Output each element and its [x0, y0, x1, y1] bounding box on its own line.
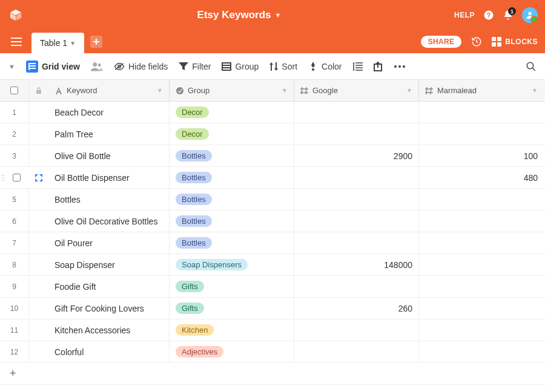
view-switcher[interactable]: Grid view: [26, 60, 80, 73]
cell-keyword[interactable]: Bottles: [48, 189, 170, 210]
cell-google[interactable]: [294, 232, 419, 253]
cell-group[interactable]: Decor: [170, 123, 294, 145]
table-row[interactable]: 10Gift For Cooking LoversGifts260: [0, 298, 545, 319]
filter-button[interactable]: Filter: [179, 62, 211, 71]
add-tab-button[interactable]: [90, 36, 102, 48]
table-row[interactable]: 6Olive Oil Decorative BottlesBottles: [0, 211, 545, 232]
menu-icon[interactable]: [7, 34, 25, 50]
cell-group[interactable]: Adjectives: [170, 341, 294, 362]
cell-google[interactable]: [294, 167, 419, 188]
svg-line-39: [302, 87, 302, 94]
cell-marmalead[interactable]: [419, 254, 544, 275]
blocks-button[interactable]: BLOCKS: [492, 37, 538, 47]
table-row[interactable]: Oil Bottle DispenserBottles480: [0, 167, 545, 189]
cell-keyword[interactable]: Oil Bottle Dispenser: [48, 167, 170, 188]
help-button[interactable]: HELP: [454, 11, 475, 19]
cell-keyword[interactable]: Olive Oil Bottle: [48, 145, 170, 166]
add-row-button[interactable]: +: [0, 363, 545, 385]
cell-marmalead[interactable]: [419, 276, 544, 297]
select-all-checkbox[interactable]: [10, 87, 18, 94]
base-title[interactable]: Etsy Keywords: [197, 9, 271, 21]
cell-group[interactable]: Bottles: [170, 167, 294, 188]
cell-marmalead[interactable]: [419, 232, 544, 253]
cell-group[interactable]: Kitchen: [170, 319, 294, 341]
more-icon[interactable]: [394, 65, 405, 68]
search-icon[interactable]: [526, 61, 537, 72]
table-row[interactable]: 3Olive Oil BottleBottles2900100: [0, 145, 545, 167]
cell-google[interactable]: [294, 211, 419, 232]
share-view-icon[interactable]: [374, 62, 383, 71]
cell-google[interactable]: 148000: [294, 254, 419, 275]
share-button[interactable]: SHARE: [421, 36, 462, 48]
table-row[interactable]: 9Foodie GiftGifts: [0, 276, 545, 298]
cell-keyword[interactable]: Olive Oil Decorative Bottles: [48, 211, 170, 232]
view-switcher-caret-icon[interactable]: ▼: [8, 63, 15, 70]
cell-marmalead[interactable]: [419, 189, 544, 210]
chevron-down-icon[interactable]: ▼: [406, 87, 412, 94]
cell-group[interactable]: Gifts: [170, 298, 294, 319]
cell-group[interactable]: Bottles: [170, 232, 294, 253]
column-header-google[interactable]: Google ▼: [294, 80, 419, 101]
cell-group[interactable]: Bottles: [170, 189, 294, 210]
cell-marmalead[interactable]: 100: [419, 145, 544, 166]
cell-marmalead[interactable]: [419, 211, 544, 232]
cell-marmalead[interactable]: 480: [419, 167, 544, 188]
cell-group[interactable]: Soap Dispensers: [170, 254, 294, 275]
svg-point-19: [93, 62, 97, 67]
cell-group[interactable]: Gifts: [170, 276, 294, 297]
lock-icon: [36, 87, 42, 94]
user-avatar[interactable]: [522, 7, 538, 23]
cell-group[interactable]: Decor: [170, 102, 294, 123]
row-height-icon[interactable]: [353, 62, 363, 71]
cell-keyword[interactable]: Beach Decor: [48, 102, 170, 123]
table-row[interactable]: 2Palm TreeDecor: [0, 123, 545, 145]
tab-table-1[interactable]: Table 1 ▼: [31, 33, 84, 53]
cell-keyword[interactable]: Kitchen Accessories: [48, 319, 170, 341]
collaborators-icon[interactable]: [91, 62, 103, 71]
cell-keyword[interactable]: Oil Pourer: [48, 232, 170, 253]
table-row[interactable]: 5BottlesBottles: [0, 189, 545, 211]
table-row[interactable]: 1Beach DecorDecor: [0, 102, 545, 123]
cell-keyword[interactable]: Palm Tree: [48, 123, 170, 145]
cell-marmalead[interactable]: [419, 298, 544, 319]
app-logo[interactable]: [7, 7, 24, 24]
help-icon[interactable]: ?: [483, 10, 494, 21]
cell-keyword[interactable]: Colorful: [48, 341, 170, 362]
column-header-group[interactable]: Group ▼: [170, 80, 294, 101]
table-row[interactable]: 8Soap DispenserSoap Dispensers148000: [0, 254, 545, 276]
cell-google[interactable]: [294, 276, 419, 297]
cell-group[interactable]: Bottles: [170, 211, 294, 232]
cell-marmalead[interactable]: [419, 319, 544, 341]
title-caret-icon[interactable]: ▼: [274, 11, 281, 19]
cell-marmalead[interactable]: [419, 102, 544, 123]
expand-record-icon[interactable]: [29, 167, 48, 188]
cell-google[interactable]: 260: [294, 298, 419, 319]
cell-group[interactable]: Bottles: [170, 145, 294, 166]
cell-google[interactable]: [294, 341, 419, 362]
row-checkbox[interactable]: [4, 167, 29, 188]
table-row[interactable]: 11Kitchen AccessoriesKitchen: [0, 319, 545, 341]
color-button[interactable]: Color: [308, 62, 342, 71]
table-row[interactable]: 12ColorfulAdjectives: [0, 341, 545, 363]
cell-marmalead[interactable]: [419, 341, 544, 362]
cell-keyword[interactable]: Gift For Cooking Lovers: [48, 298, 170, 319]
table-row[interactable]: 7Oil PourerBottles: [0, 232, 545, 254]
cell-keyword[interactable]: Soap Dispenser: [48, 254, 170, 275]
group-button[interactable]: Group: [222, 62, 259, 71]
chevron-down-icon[interactable]: ▼: [282, 87, 288, 94]
cell-google[interactable]: [294, 319, 419, 341]
cell-keyword[interactable]: Foodie Gift: [48, 276, 170, 297]
sort-button[interactable]: Sort: [269, 62, 297, 71]
chevron-down-icon[interactable]: ▼: [532, 87, 538, 94]
cell-google[interactable]: 2900: [294, 145, 419, 166]
cell-google[interactable]: [294, 189, 419, 210]
column-header-marmalead[interactable]: Marmalead ▼: [419, 80, 544, 101]
column-header-keyword[interactable]: Keyword ▼: [48, 80, 170, 101]
cell-google[interactable]: [294, 123, 419, 145]
hide-fields-button[interactable]: Hide fields: [114, 62, 168, 71]
cell-google[interactable]: [294, 102, 419, 123]
chevron-down-icon[interactable]: ▼: [157, 87, 163, 94]
cell-marmalead[interactable]: [419, 123, 544, 145]
notifications-button[interactable]: 1: [503, 10, 514, 21]
history-icon[interactable]: [471, 36, 482, 47]
